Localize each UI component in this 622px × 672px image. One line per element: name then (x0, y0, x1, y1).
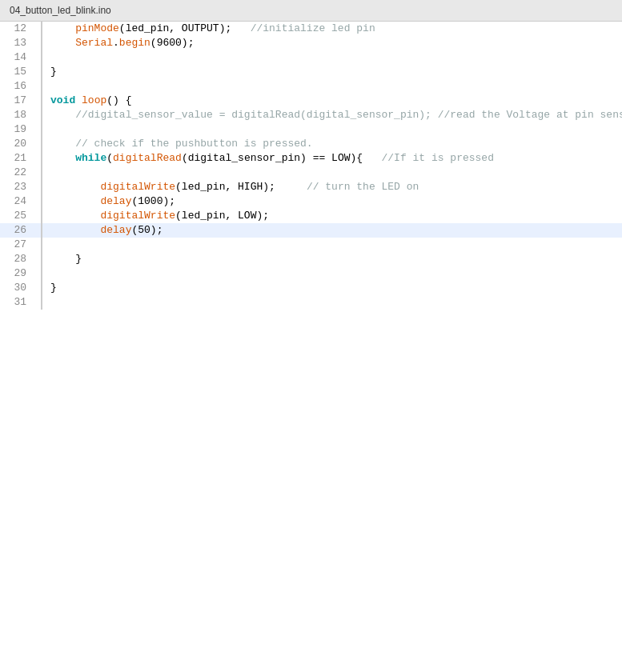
line-number: 12 (0, 22, 36, 36)
code-content: digitalWrite(led_pin, LOW); (50, 209, 622, 223)
code-line: 30} (0, 281, 622, 295)
code-line: 22 (0, 166, 622, 180)
line-number: 29 (0, 266, 36, 281)
line-number: 22 (0, 166, 36, 180)
line-number: 26 (0, 223, 36, 238)
code-line: 14 (0, 50, 622, 65)
line-number: 18 (0, 108, 36, 122)
line-number: 21 (0, 151, 36, 166)
code-content: delay(50); (50, 223, 622, 238)
line-number: 25 (0, 209, 36, 223)
code-line: 13 Serial.begin(9600); (0, 36, 622, 50)
line-gutter (36, 180, 42, 194)
line-number: 13 (0, 36, 36, 50)
code-content: Serial.begin(9600); (50, 36, 622, 50)
line-gutter (36, 137, 42, 151)
line-gutter (36, 65, 42, 79)
code-content: void loop() { (50, 94, 622, 108)
line-number: 28 (0, 252, 36, 266)
code-line: 16 (0, 79, 622, 94)
code-line: 15} (0, 65, 622, 79)
line-number: 14 (0, 50, 36, 65)
line-gutter (36, 22, 42, 36)
line-gutter (36, 151, 42, 166)
line-gutter (36, 252, 42, 266)
code-line: 17void loop() { (0, 94, 622, 108)
code-line: 28 } (0, 252, 622, 266)
code-line: 19 (0, 122, 622, 137)
code-content: digitalWrite(led_pin, HIGH); // turn the… (50, 180, 622, 194)
line-gutter (36, 79, 42, 94)
line-gutter (36, 122, 42, 137)
line-number: 30 (0, 281, 36, 295)
code-content: // check if the pushbutton is pressed. (50, 137, 622, 151)
code-line: 24 delay(1000); (0, 194, 622, 209)
line-gutter (36, 94, 42, 108)
code-line: 26 delay(50); (0, 223, 622, 238)
line-gutter (36, 223, 42, 238)
code-line: 31 (0, 295, 622, 310)
code-content: delay(1000); (50, 194, 622, 209)
line-number: 23 (0, 180, 36, 194)
file-tab[interactable]: 04_button_led_blink.ino (0, 0, 622, 22)
code-line: 20 // check if the pushbutton is pressed… (0, 137, 622, 151)
code-content: //digital_sensor_value = digitalRead(dig… (50, 108, 622, 122)
line-number: 24 (0, 194, 36, 209)
code-line: 18 //digital_sensor_value = digitalRead(… (0, 108, 622, 122)
line-number: 15 (0, 65, 36, 79)
line-number: 19 (0, 122, 36, 137)
line-gutter (36, 295, 42, 310)
line-gutter (36, 281, 42, 295)
line-gutter (36, 266, 42, 281)
line-gutter (36, 36, 42, 50)
code-line: 27 (0, 238, 622, 252)
code-editor: 12 pinMode(led_pin, OUTPUT); //initializ… (0, 22, 622, 310)
line-number: 20 (0, 137, 36, 151)
line-gutter (36, 166, 42, 180)
line-gutter (36, 108, 42, 122)
code-line: 25 digitalWrite(led_pin, LOW); (0, 209, 622, 223)
line-gutter (36, 209, 42, 223)
file-tab-label: 04_button_led_blink.ino (10, 5, 111, 16)
code-line: 12 pinMode(led_pin, OUTPUT); //initializ… (0, 22, 622, 36)
code-line: 29 (0, 266, 622, 281)
line-number: 17 (0, 94, 36, 108)
code-content: pinMode(led_pin, OUTPUT); //initialize l… (50, 22, 622, 36)
code-line: 23 digitalWrite(led_pin, HIGH); // turn … (0, 180, 622, 194)
line-number: 27 (0, 238, 36, 252)
code-content: } (50, 65, 622, 79)
code-line: 21 while(digitalRead(digital_sensor_pin)… (0, 151, 622, 166)
code-content: } (50, 252, 622, 266)
line-gutter (36, 238, 42, 252)
code-content: while(digitalRead(digital_sensor_pin) ==… (50, 151, 622, 166)
code-content: } (50, 281, 622, 295)
line-number: 16 (0, 79, 36, 94)
line-gutter (36, 194, 42, 209)
line-number: 31 (0, 295, 36, 310)
line-gutter (36, 50, 42, 65)
